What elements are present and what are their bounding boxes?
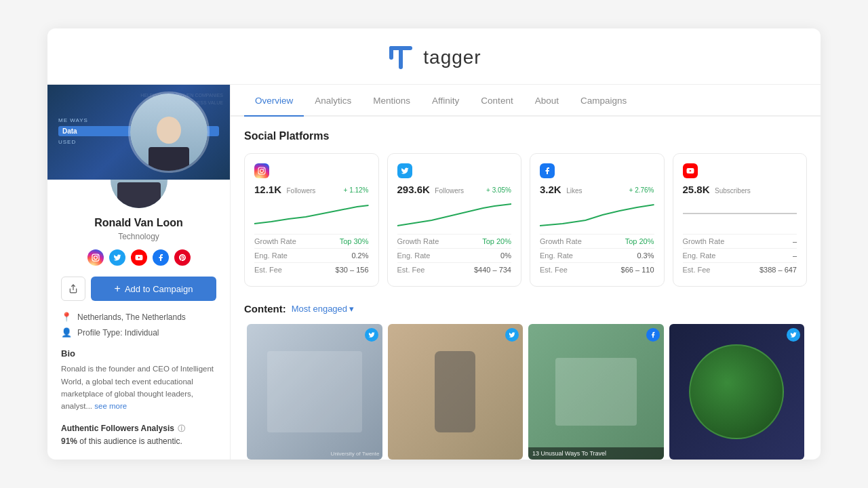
content-thumb-1[interactable]: University of Twente xyxy=(247,324,382,460)
facebook-growth-badge: + 2.76% xyxy=(629,186,654,194)
content-grid: University of Twente xyxy=(231,324,821,460)
svg-rect-2 xyxy=(389,46,393,60)
pinterest-icon[interactable] xyxy=(174,249,191,266)
social-platforms-title: Social Platforms xyxy=(244,130,807,142)
svg-point-14 xyxy=(263,169,264,170)
instagram-followers: 12.1K xyxy=(254,184,281,195)
youtube-icon[interactable] xyxy=(131,249,147,266)
content-thumb-2[interactable] xyxy=(388,324,524,460)
instagram-est-fee: Est. Fee $30 – 156 xyxy=(254,262,369,277)
platform-stats-header-facebook: 3.2K Likes + 2.76% xyxy=(540,184,654,196)
person-icon: 👤 xyxy=(61,327,72,338)
facebook-mini-chart xyxy=(540,200,654,227)
platform-card-facebook: 3.2K Likes + 2.76% Growth Rate xyxy=(530,153,665,287)
youtube-est-fee: Est. Fee $388 – 647 xyxy=(683,262,797,277)
thumb-3-overlay-icon xyxy=(646,328,660,342)
app-header: tagger xyxy=(47,28,821,85)
twitter-growth-rate: Growth Rate Top 20% xyxy=(397,234,512,248)
content-title: Content: xyxy=(244,303,286,314)
platform-header-facebook xyxy=(540,163,654,178)
instagram-platform-icon xyxy=(254,163,269,178)
bio-section: Bio Ronald is the founder and CEO of Int… xyxy=(47,348,230,413)
instagram-eng-rate: Eng. Rate 0.2% xyxy=(254,248,369,262)
platform-header-instagram xyxy=(254,163,369,178)
platform-card-instagram: 12.1K Followers + 1.12% Growth Rate xyxy=(244,153,379,287)
tab-overview[interactable]: Overview xyxy=(244,85,304,117)
social-icons xyxy=(47,249,230,266)
twitter-mini-chart xyxy=(397,200,512,227)
youtube-followers: 25.8K xyxy=(683,184,710,195)
main-content: me Ways Data Used HELPING DATA DRIVEN CO… xyxy=(47,85,821,460)
facebook-est-fee: Est. Fee $66 – 110 xyxy=(540,262,654,277)
twitter-followers: 293.6K xyxy=(397,184,430,195)
platform-card-twitter: 293.6K Followers + 3.05% Growth Rate xyxy=(387,153,522,287)
tab-affinity[interactable]: Affinity xyxy=(421,85,470,117)
sidebar: me Ways Data Used HELPING DATA DRIVEN CO… xyxy=(47,85,231,460)
action-row: + Add to Campaign xyxy=(47,277,230,301)
authentic-label: Authentic Followers Analysis ⓘ xyxy=(61,424,216,434)
info-icon: ⓘ xyxy=(178,424,185,434)
content-filter-dropdown[interactable]: Most engaged ▾ xyxy=(292,304,354,314)
youtube-followers-label: Subscribers xyxy=(715,187,751,195)
facebook-platform-icon xyxy=(540,163,555,178)
location-row: 📍 Netherlands, The Netherlands xyxy=(61,312,216,322)
platform-stats-header-instagram: 12.1K Followers + 1.12% xyxy=(254,184,369,196)
twitter-eng-rate: Eng. Rate 0% xyxy=(397,248,512,262)
tab-mentions[interactable]: Mentions xyxy=(362,85,421,117)
platform-header-twitter xyxy=(397,163,512,178)
svg-point-3 xyxy=(157,117,181,144)
twitter-icon[interactable] xyxy=(109,249,125,266)
facebook-followers-label: Likes xyxy=(566,187,582,195)
svg-rect-7 xyxy=(92,254,99,261)
tab-about[interactable]: About xyxy=(524,85,570,117)
youtube-eng-rate: Eng. Rate – xyxy=(683,248,797,262)
svg-rect-6 xyxy=(117,182,161,208)
twitter-platform-icon xyxy=(397,163,412,178)
banner-photo xyxy=(128,92,210,173)
instagram-mini-chart xyxy=(254,200,369,227)
tab-content[interactable]: Content xyxy=(470,85,524,117)
location-icon: 📍 xyxy=(61,312,72,322)
platform-header-youtube xyxy=(683,163,797,178)
profile-type: Technology xyxy=(47,232,230,241)
thumb-1-overlay-icon xyxy=(365,328,378,342)
instagram-icon[interactable] xyxy=(87,249,104,266)
tagger-logo-icon xyxy=(387,43,415,72)
content-thumb-4[interactable] xyxy=(669,324,805,460)
instagram-growth-badge: + 1.12% xyxy=(344,186,369,194)
tabs-bar: Overview Analytics Mentions Affinity Con… xyxy=(231,85,821,117)
svg-point-13 xyxy=(260,169,264,173)
tab-analytics[interactable]: Analytics xyxy=(304,85,362,117)
twitter-growth-badge: + 3.05% xyxy=(486,186,511,194)
authentic-percentage: 91% of this audience is authentic. xyxy=(61,436,216,446)
youtube-growth-rate: Growth Rate – xyxy=(683,234,797,248)
instagram-growth-rate: Growth Rate Top 30% xyxy=(254,234,369,248)
youtube-platform-icon xyxy=(683,163,698,178)
add-to-campaign-button[interactable]: + Add to Campaign xyxy=(91,277,216,301)
youtube-mini-chart xyxy=(683,200,797,227)
svg-point-9 xyxy=(97,256,98,257)
platform-stats-header-twitter: 293.6K Followers + 3.05% xyxy=(397,184,512,196)
bio-label: Bio xyxy=(61,348,216,359)
right-content: Overview Analytics Mentions Affinity Con… xyxy=(231,85,821,460)
facebook-icon[interactable] xyxy=(153,249,169,266)
platform-card-youtube: 25.8K Subscribers Growth Rate – xyxy=(673,153,808,287)
tab-campaigns[interactable]: Campaigns xyxy=(570,85,637,117)
svg-point-8 xyxy=(94,256,97,260)
content-thumb-3[interactable]: 13 Unusual Ways To Travel xyxy=(528,324,664,460)
see-more-link[interactable]: see more xyxy=(94,402,127,410)
svg-rect-12 xyxy=(258,167,265,174)
platform-stats-header-youtube: 25.8K Subscribers xyxy=(683,184,797,196)
facebook-followers: 3.2K xyxy=(540,184,561,195)
logo-text: tagger xyxy=(423,47,481,68)
authentic-section: Authentic Followers Analysis ⓘ 91% of th… xyxy=(47,424,230,446)
twitter-followers-label: Followers xyxy=(435,187,464,195)
thumb-3-label: 13 Unusual Ways To Travel xyxy=(528,447,664,460)
platforms-grid: 12.1K Followers + 1.12% Growth Rate xyxy=(244,153,807,287)
bio-text: Ronald is the founder and CEO of Intelli… xyxy=(61,363,216,413)
svg-rect-4 xyxy=(149,147,189,171)
share-button[interactable] xyxy=(61,277,85,301)
instagram-followers-label: Followers xyxy=(286,187,315,195)
section-content: Social Platforms 12.1K Fo xyxy=(231,117,821,287)
facebook-growth-rate: Growth Rate Top 20% xyxy=(540,234,654,248)
